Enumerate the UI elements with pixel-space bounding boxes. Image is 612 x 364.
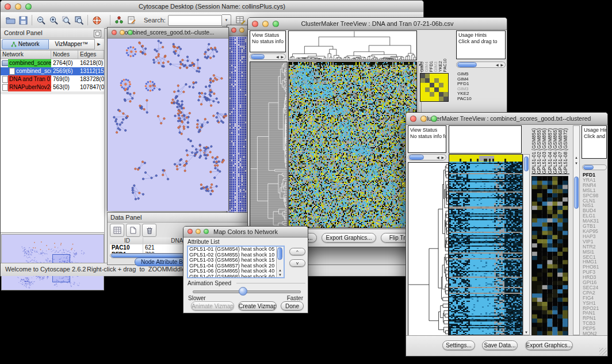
- open-session-button[interactable]: [4, 14, 17, 26]
- treeview1-right-hscrollbar[interactable]: ◀ ▶: [456, 62, 506, 68]
- minimize-button[interactable]: [420, 116, 427, 122]
- zoom-button[interactable]: [204, 229, 209, 234]
- main-title-bar[interactable]: Cytoscape Desktop (Session Name: collins…: [1, 1, 423, 13]
- column-label: PAC10: [443, 59, 447, 72]
- zoom-out-button[interactable]: [35, 14, 47, 26]
- export-graphics-button[interactable]: Export Graphics...: [322, 233, 376, 243]
- create-vizmap-button[interactable]: Create Vizmap: [238, 301, 277, 311]
- network-nodes-icon: [114, 16, 124, 25]
- close-button[interactable]: [5, 3, 11, 10]
- move-up-button[interactable]: ^: [289, 248, 305, 255]
- treeview1-title-bar[interactable]: ClusterMaker TreeView : DNA and Tran 07-…: [248, 18, 507, 30]
- delete-attribute-button[interactable]: [142, 224, 156, 237]
- network-tab-icon: [11, 41, 17, 47]
- animate-vizmap-button[interactable]: Animate Vizmap: [191, 301, 234, 311]
- treeview2-usage-hints: Usage Hints Click and drag to: [582, 125, 607, 159]
- treeview2-row-dendrogram[interactable]: [408, 162, 449, 336]
- treeview2-column-dendrogram-area: [449, 125, 522, 154]
- zoom-button[interactable]: [25, 3, 32, 10]
- zoom-fit-button[interactable]: [72, 14, 85, 26]
- treeview1-view-status: View Status No status info for: [250, 30, 286, 52]
- close-button[interactable]: [410, 116, 416, 122]
- zoom-button[interactable]: [128, 30, 133, 35]
- row-label: PAC10: [457, 97, 472, 102]
- create-attribute-button[interactable]: [126, 224, 140, 237]
- zoom-button[interactable]: [431, 116, 437, 122]
- close-button[interactable]: [112, 30, 117, 35]
- treeview2-sub-vscrollbar[interactable]: ▲ ▼: [573, 125, 580, 335]
- life-ring-icon: [92, 16, 102, 25]
- main-window-title: Cytoscape Desktop (Session Name: collins…: [139, 3, 285, 10]
- desktop: Cytoscape Desktop (Session Name: collins…: [0, 0, 612, 364]
- search-input[interactable]: [168, 15, 222, 26]
- close-button[interactable]: [252, 21, 258, 27]
- resize-grip[interactable]: [599, 348, 607, 355]
- attribute-browser-button[interactable]: [235, 14, 247, 26]
- zoom-selected-icon: [62, 16, 71, 25]
- minimize-button[interactable]: [120, 30, 125, 35]
- treeview2-sub-heatmap[interactable]: [531, 176, 568, 336]
- open-folder-icon: [6, 16, 16, 25]
- treeview2-right-hscrollbar[interactable]: [582, 164, 607, 170]
- settings-button[interactable]: Settings...: [442, 340, 475, 350]
- treeview2-title-bar[interactable]: ClusterMaker TreeView : combined_scores_…: [406, 113, 607, 125]
- minimize-button[interactable]: [15, 3, 21, 10]
- treeview2-button-bar: Settings... Save Data... Export Graphics…: [406, 335, 607, 356]
- window-controls: [5, 3, 32, 10]
- network-view-title-bar[interactable]: combined_scores_good.txt--cluste...: [108, 28, 228, 39]
- slower-label: Slower: [188, 295, 206, 301]
- network-row[interactable]: RNAPuberNov2+ 563(0) 107847(0): [1, 83, 104, 91]
- done-button[interactable]: Done: [281, 301, 304, 311]
- close-button[interactable]: [231, 28, 236, 33]
- tab-overflow-arrow[interactable]: ▶: [95, 42, 103, 47]
- network-row[interactable]: DNA and Tran 07 769(0) 183728(0): [1, 75, 104, 83]
- search-label: Search:: [144, 17, 166, 24]
- select-attributes-button[interactable]: [110, 224, 124, 237]
- tab-network[interactable]: Network: [2, 39, 49, 49]
- plugins-button[interactable]: [113, 14, 125, 26]
- network-row[interactable]: combined_scores 2764(0) 16218(0): [1, 59, 104, 67]
- network-table: Network Nodes Edges combined_scores 2764…: [1, 51, 104, 91]
- minimize-button[interactable]: [262, 21, 269, 27]
- treeview2-left-hscrollbar[interactable]: ◀ ▶: [408, 154, 446, 160]
- animation-speed-label: Animation Speed: [188, 280, 231, 286]
- save-data-button[interactable]: Save Data...: [482, 340, 518, 350]
- zoom-in-button[interactable]: [47, 14, 60, 26]
- dialog-title-bar[interactable]: Map Colors to Network: [183, 227, 308, 237]
- treeview2-heatmap[interactable]: [449, 154, 523, 335]
- treeview2-view-status: View Status No status info for: [408, 125, 446, 153]
- listbox-vscrollbar[interactable]: ▲ ▼: [276, 247, 284, 277]
- treeview1-row-dendrogram[interactable]: [250, 62, 288, 228]
- treeview1-heatmap[interactable]: [288, 62, 417, 228]
- treeview2-window: ClusterMaker TreeView : combined_scores_…: [406, 112, 608, 357]
- help-button[interactable]: [90, 14, 103, 26]
- column-label: GPL51-08 (GSM872): [563, 128, 568, 174]
- treeview2-column-labels: GPL51-01 (GSM854)GPL51-02 (GSM855)GPL51-…: [531, 125, 569, 174]
- zoom-selected-button[interactable]: [60, 14, 72, 26]
- treeview2-main-vscrollbar[interactable]: ▼: [523, 154, 530, 335]
- save-icon: [19, 16, 28, 25]
- minimize-button[interactable]: [239, 28, 244, 33]
- speed-slider-thumb[interactable]: [239, 287, 247, 296]
- float-panel-icon[interactable]: [94, 30, 101, 37]
- move-down-button[interactable]: v: [289, 259, 305, 267]
- close-button[interactable]: [188, 229, 193, 234]
- attribute-listbox[interactable]: GPL51-01 (GSM854) heat shock 05 minGPL51…: [187, 246, 285, 278]
- minimize-button[interactable]: [196, 229, 201, 234]
- control-panel-tabs: Network VizMapper™ ▶: [1, 39, 104, 51]
- tab-vizmapper[interactable]: VizMapper™: [49, 39, 95, 49]
- network-row[interactable]: combined_sco 2569(6) 13112(15): [1, 67, 104, 75]
- network-rows: combined_scores 2764(0) 16218(0) combine…: [1, 59, 104, 91]
- network-canvas[interactable]: [108, 39, 228, 211]
- faster-label: Faster: [287, 295, 303, 301]
- network-overview-panel[interactable]: [1, 234, 104, 290]
- zoom-button[interactable]: [273, 21, 279, 27]
- treeview1-left-hscrollbar[interactable]: ◀ ▶: [250, 53, 286, 60]
- control-panel: Control Panel Network VizMapper™ ▶ Netwo…: [1, 28, 105, 263]
- treeview1-similarity-matrix[interactable]: [420, 73, 449, 102]
- annotation-button[interactable]: [125, 14, 138, 26]
- save-session-button[interactable]: [17, 14, 29, 26]
- export-graphics-button[interactable]: Export Graphics...: [525, 340, 573, 350]
- treeview1-column-dendrogram[interactable]: [288, 30, 417, 60]
- attribute-item[interactable]: GPL51-07 (GSM868) heat shock 60 min: [188, 274, 284, 278]
